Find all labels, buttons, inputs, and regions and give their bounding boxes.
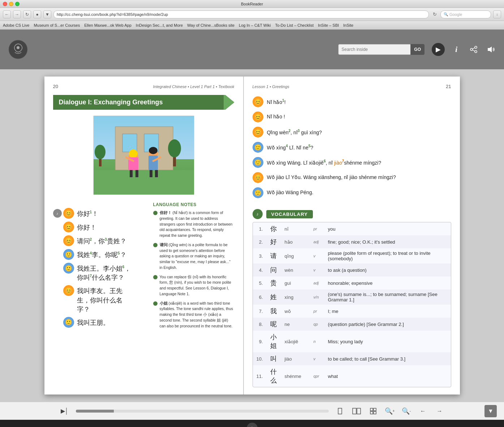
- right-text: Qǐng wèn2, nǐ3 guì xìng?: [267, 127, 322, 136]
- vocab-row: 6. 姓 xìng v/n (one's) surname is...; to …: [253, 289, 451, 305]
- vocab-pinyin: hǎo: [281, 235, 310, 248]
- scroll-up-arrow[interactable]: ▲: [247, 423, 258, 427]
- vocab-pos: pr: [310, 222, 324, 235]
- bookmark-login[interactable]: Log In – C&T Wiki: [239, 23, 271, 27]
- vocab-char: 好: [267, 235, 281, 248]
- bookmark-ellen[interactable]: Ellen Maxwe...ok Web App: [84, 23, 132, 27]
- vocab-table-wrapper: 1. 你 nǐ pr you 2. 好 hǎo adj fine; good; …: [253, 222, 451, 387]
- book-illustration: [93, 116, 194, 195]
- bookmark-todo[interactable]: To-Do List – Checklist: [275, 23, 314, 27]
- zoom-out-button[interactable]: 🔍-: [401, 406, 412, 417]
- vocab-row: 4. 问 wèn v to ask (a question): [253, 263, 451, 276]
- window-controls: [3, 2, 20, 6]
- vocab-num: 2.: [253, 235, 267, 248]
- zoom-in-button[interactable]: 🔍+: [384, 406, 395, 417]
- vocab-char: 你: [267, 222, 281, 235]
- play-button[interactable]: ▶: [432, 43, 445, 56]
- char-icon-male-r: 🙂: [253, 157, 263, 168]
- downloads-button[interactable]: ↓: [493, 10, 501, 18]
- first-page-button[interactable]: ▶│: [59, 406, 70, 417]
- audio-icon-small[interactable]: ♪: [53, 209, 62, 218]
- svg-point-2: [475, 46, 477, 48]
- dialogue-text: 请问2，你3贵姓？: [77, 235, 126, 246]
- bookmark-adobe[interactable]: Adobe CS Live: [3, 23, 29, 27]
- titlebar: BookReader: [0, 0, 504, 8]
- char-icon-female-r: 😊: [253, 112, 263, 122]
- right-dialogue-row: 🙂 Wǒ xìng4 Lǐ. Nǐ ne5?: [253, 142, 451, 153]
- bookmark-way[interactable]: Way of Chine...sBooks site: [187, 23, 234, 27]
- info-button[interactable]: i: [451, 44, 462, 55]
- dialogue-row: ♪ 😊 你好1！: [53, 208, 134, 219]
- vocab-pinyin: jiào: [281, 352, 310, 365]
- svg-line-5: [473, 48, 475, 49]
- double-page-view-button[interactable]: [351, 406, 362, 417]
- search-go-button[interactable]: GO: [410, 44, 425, 55]
- vocab-pos: adj: [310, 235, 324, 248]
- minimize-button[interactable]: [9, 2, 13, 6]
- url-text: http://cc.cheng-tsui.com/book.php?id=638…: [57, 12, 168, 17]
- dialogue-left-col: ♪ 😊 你好1！ 😊 你好！ 😊 请问2，你3贵姓？: [53, 202, 134, 332]
- maximize-button[interactable]: [15, 2, 20, 6]
- share-button[interactable]: [468, 44, 479, 55]
- next-page-button[interactable]: →: [434, 406, 445, 417]
- audio-button[interactable]: [485, 44, 497, 55]
- search-box: GO: [338, 44, 425, 55]
- app-header: GO ▶ i: [0, 30, 504, 69]
- reload-icon[interactable]: ↻: [431, 11, 438, 18]
- svg-rect-32: [374, 408, 376, 411]
- url-bar[interactable]: http://cc.cheng-tsui.com/book.php?id=638…: [53, 10, 429, 18]
- vocab-audio-icon[interactable]: ♪: [253, 209, 263, 219]
- vocab-row: 11. 什么 shénme qpr what: [253, 365, 451, 387]
- page-left: 20 Integrated Chinese • Level 1 Part 1 •…: [44, 77, 244, 395]
- close-button[interactable]: [3, 2, 7, 6]
- dialogue-lines-left: ♪ 😊 你好1！ 😊 你好！ 😊 请问2，你3贵姓？: [53, 208, 134, 328]
- lesson-label: Lesson 1 • Greetings: [253, 84, 289, 89]
- bookmark-indesign[interactable]: InDesign Sec...t, and More: [136, 23, 183, 27]
- vocab-char: 我: [267, 305, 281, 318]
- bookmark-museum[interactable]: Museum of S...er Courses: [34, 23, 80, 27]
- vocab-pinyin: wèn: [281, 263, 310, 276]
- vocab-pos: adj: [310, 276, 324, 289]
- bookmark-insite[interactable]: InSite: [343, 23, 353, 27]
- vocab-pinyin: guì: [281, 276, 310, 289]
- dialogue-row: 🙂 我姓王。李小姐6，你叫7什么名字？: [53, 263, 134, 282]
- lang-notes-title: LANGUAGE NOTES: [153, 202, 234, 207]
- dialogue-text: 我叫王朋。: [77, 317, 109, 327]
- svg-rect-24: [150, 170, 152, 177]
- svg-rect-25: [155, 170, 158, 177]
- svg-point-12: [168, 139, 181, 157]
- page-meta: Integrated Chinese • Level 1 Part 1 • Te…: [153, 84, 234, 89]
- vocab-char: 请: [267, 248, 281, 263]
- dialogue-row: 😊 请问2，你3贵姓？: [53, 235, 134, 246]
- vocabulary-section: ♪ VOCABULARY 1. 你 nǐ pr you 2. 好 hǎo adj…: [253, 209, 451, 387]
- vocab-meaning: (one's) surname is...; to be surnamed; s…: [324, 289, 451, 305]
- vocab-num: 11.: [253, 365, 267, 387]
- double-page-icon: [352, 408, 361, 415]
- bookmark-button[interactable]: ▼: [43, 10, 51, 18]
- search-input[interactable]: [338, 44, 410, 55]
- google-search-box[interactable]: 🔍 Google: [440, 10, 491, 18]
- language-notes: LANGUAGE NOTES 你好！ (Nǐ hǎo!) is a common…: [153, 202, 234, 332]
- grid-view-button[interactable]: [368, 406, 379, 417]
- home-button[interactable]: ●: [33, 10, 41, 18]
- vocab-pinyin: shénme: [281, 365, 310, 387]
- dialogue-text: 你好1！: [77, 208, 99, 218]
- vocab-meaning: please (polite form of request); to trea…: [324, 248, 451, 263]
- right-dialogue-row: 🙂 Wǒ jiào Wáng Péng.: [253, 187, 451, 198]
- refresh-button[interactable]: ↻: [23, 10, 31, 18]
- single-page-view-button[interactable]: [335, 406, 345, 417]
- char-icon-female-r: 😊: [253, 172, 263, 183]
- vocab-num: 7.: [253, 305, 267, 318]
- vocab-meaning: you: [324, 222, 451, 235]
- scroll-down-indicator[interactable]: ▼: [484, 405, 497, 417]
- char-icon-female: 😊: [63, 285, 74, 296]
- bookmark-insite-sbi[interactable]: InSite – SBI: [318, 23, 339, 27]
- dialogue-text: 你好！: [77, 222, 96, 232]
- svg-point-3: [475, 51, 477, 53]
- forward-button[interactable]: →: [13, 10, 21, 18]
- back-button[interactable]: ←: [3, 10, 11, 18]
- window-title: BookReader: [241, 2, 263, 6]
- prev-page-button[interactable]: ←: [418, 406, 428, 417]
- vocab-char: 问: [267, 263, 281, 276]
- page-header-left: 20 Integrated Chinese • Level 1 Part 1 •…: [53, 84, 234, 91]
